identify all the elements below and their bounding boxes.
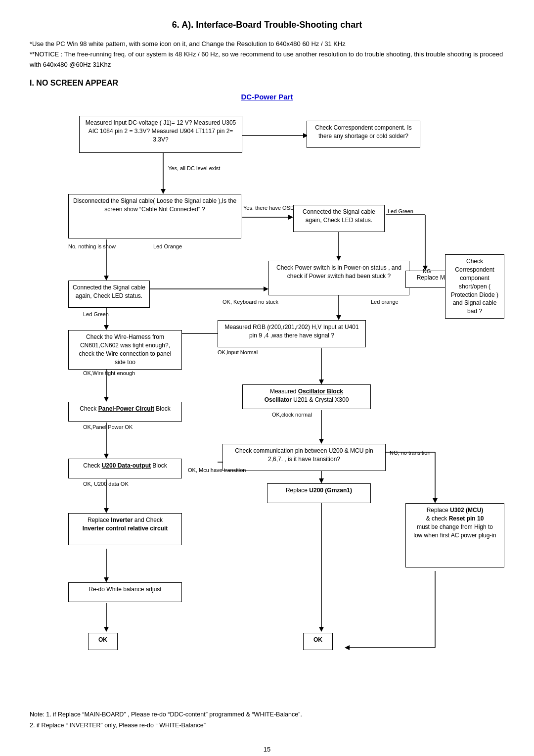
label-ok-clock: OK,clock normal [272,412,312,418]
ok-box-2: OK [303,633,333,650]
box-white-balance: Re-do White balance adjust [68,582,182,602]
label-ok-u200: OK, U200 data OK [83,481,129,487]
svg-marker-18 [336,315,341,320]
dc-power-link[interactable]: DC-Power Part [30,93,504,101]
svg-marker-16 [264,286,268,291]
label-no-nothing: No, nothing is show [68,243,116,249]
svg-marker-22 [104,397,109,402]
label-ok-panel: OK,Panel Power OK [83,424,133,430]
footer-note: Note: 1. if Replace “MAIN-BOARD” , Pleas… [30,709,504,731]
svg-marker-14 [104,325,109,330]
box-dc-measure: Measured Input DC-voltage ( J1)= 12 V? M… [79,116,242,153]
box-check-correspondent-1: Check Correspondent component. Is there … [307,121,420,148]
box-u200-data: Check U200 Data-output Block [68,459,182,478]
svg-marker-39 [104,577,109,582]
label-ok-keyboard: OK, Keyboard no stuck [222,299,278,305]
label-ng-trans: NG, no transition [390,450,431,456]
svg-marker-34 [319,478,324,483]
box-replace-inverter: Replace Inverter and CheckInverter contr… [68,513,182,545]
svg-marker-1 [161,189,166,194]
label-ng1: NG [423,268,431,274]
label-led-green-right: Led Green [388,208,413,214]
box-wire-harness: Check the Wire-Harness from CN601,CN602 … [68,330,182,369]
box-disconnect-signal: Disconnected the Signal cable( Loose the… [68,194,241,238]
svg-marker-7 [288,215,293,220]
svg-marker-31 [104,508,109,513]
label-yes-dc: Yes, all DC level exist [168,165,220,171]
box-replace-u200: Replace U200 (Gmzan1) [267,483,371,503]
box-connected-signal-right: Connected the Signal cable again, Check … [293,205,385,232]
label-led-orange2: Led orange [371,299,399,305]
flowchart: Measured Input DC-voltage ( J1)= 12 V? M… [30,106,504,700]
box-oscillator: Measured Oscillator BlockOscillator U201… [242,384,371,409]
svg-marker-27 [104,454,109,459]
svg-marker-12 [336,256,341,261]
page-number: 15 [30,746,504,753]
label-led-orange: Led Orange [153,243,182,249]
section-title: I. NO SCREEN APPEAR [30,79,504,88]
svg-marker-37 [433,498,438,503]
box-connected-signal-left: Connected the Signal cable again, Check … [68,281,150,308]
notice-block: *Use the PC Win 98 white pattern, with s… [30,39,504,70]
svg-marker-46 [345,645,350,650]
box-panel-power: Check Panel-Power Circuit Block [68,402,182,422]
svg-marker-29 [319,439,324,444]
label-ok-mcu: OK, Mcu have transition [188,467,246,473]
box-replace-u302: Replace U302 (MCU)& check Reset pin 10mu… [405,503,504,567]
label-ok-wire: OK,Wire tight enough [83,370,135,376]
page-title: 6. A). Interface-Board Trouble-Shooting … [30,20,504,30]
box-comm-pin: Check communication pin between U200 & M… [222,444,386,471]
svg-marker-5 [104,276,109,281]
label-led-green-left: Led Green [83,311,109,317]
svg-marker-24 [319,379,324,384]
ok-box-1: OK [88,633,118,650]
svg-marker-43 [319,627,324,632]
box-check-correspondent-2: Check Correspondent component short/open… [445,254,504,319]
label-ok-input: OK,input Normal [218,349,258,355]
svg-marker-41 [104,627,109,632]
box-measured-rgb: Measured RGB (r200,r201,r202) H,V Input … [218,320,366,347]
box-check-power-switch: Check Power switch is in Power-on status… [268,261,409,295]
